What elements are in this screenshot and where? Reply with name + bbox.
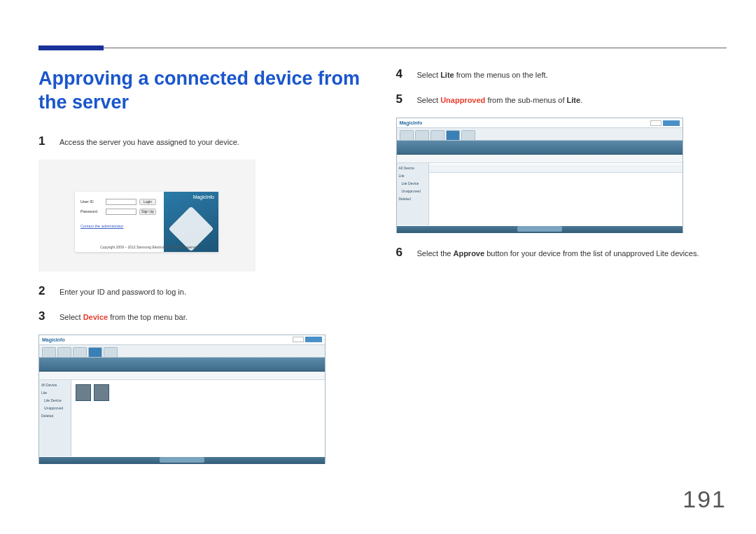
- sidebar-item-unapproved[interactable]: Unapproved: [399, 189, 426, 193]
- step-6: 6 Select the Approve button for your dev…: [396, 246, 727, 260]
- signup-button[interactable]: Sign Up: [139, 209, 156, 215]
- step-5: 5 Select Unapproved from the sub-menus o…: [396, 92, 727, 106]
- screenshot-login: MagicInfo User ID Login Password Sign Up…: [38, 160, 255, 272]
- top-tab-icon[interactable]: [400, 130, 414, 140]
- right-column: 4 Select Lite from the menus on the left…: [396, 67, 727, 477]
- screenshot-unapproved-list: MagicInfo All Device Lite Lite Device Un…: [396, 118, 683, 233]
- device-thumbnails: [76, 384, 109, 401]
- step-4: 4 Select Lite from the menus on the left…: [396, 67, 727, 81]
- section-title: Approving a connected device from the se…: [38, 67, 370, 115]
- sidebar-item-deleted[interactable]: Deleted: [41, 414, 69, 418]
- app-main-area: [429, 163, 682, 225]
- footer-pager[interactable]: [517, 226, 562, 232]
- step-text: Enter your ID and password to log in.: [59, 284, 186, 297]
- footer-pager[interactable]: [160, 457, 204, 463]
- top-tab-device-icon[interactable]: [446, 130, 460, 140]
- app-toolbar: [397, 141, 682, 155]
- list-header: [429, 164, 682, 173]
- app-footer: [397, 226, 682, 233]
- sidebar-item-unapproved[interactable]: Unapproved: [41, 406, 69, 410]
- app-titlebar: MagicInfo: [39, 335, 325, 345]
- app-titlebar: MagicInfo: [397, 118, 682, 128]
- step-number: 3: [38, 309, 48, 323]
- titlebar-control[interactable]: [650, 120, 662, 126]
- sidebar-item-lite-device[interactable]: Lite Device: [399, 181, 426, 185]
- app-sidebar: All Device Lite Lite Device Unapproved D…: [39, 380, 71, 456]
- row-user-id: User ID Login: [80, 199, 156, 205]
- header-rule: [38, 48, 727, 48]
- sidebar-item-lite[interactable]: Lite: [41, 391, 69, 395]
- top-tab-icon[interactable]: [430, 130, 444, 140]
- app-filter-bar: [39, 372, 325, 380]
- top-tab-icon[interactable]: [461, 130, 475, 140]
- app-top-tabs: [397, 128, 682, 141]
- titlebar-control[interactable]: [305, 337, 322, 342]
- screenshot-device-menu: MagicInfo All Device Lite Lite Device Un…: [38, 335, 326, 464]
- step-number: 4: [396, 67, 406, 81]
- step-number: 5: [396, 92, 406, 106]
- app-brand: MagicInfo: [400, 120, 423, 125]
- left-column: Approving a connected device from the se…: [38, 67, 370, 477]
- content-columns: Approving a connected device from the se…: [38, 67, 727, 477]
- bold-approve: Approve: [453, 249, 484, 258]
- step-1: 1 Access the server you have assigned to…: [38, 134, 370, 148]
- step-number: 1: [38, 134, 48, 148]
- text-part: from the top menu bar.: [108, 313, 188, 321]
- app-sidebar: All Device Lite Lite Device Unapproved D…: [397, 163, 429, 225]
- sidebar-item-deleted[interactable]: Deleted: [399, 197, 426, 201]
- sidebar-item-lite[interactable]: Lite: [399, 174, 426, 178]
- titlebar-controls: [650, 120, 680, 126]
- page-number: 191: [682, 486, 727, 513]
- top-tab-device-icon[interactable]: [88, 347, 102, 357]
- login-panel: MagicInfo User ID Login Password Sign Up…: [75, 192, 218, 252]
- step-text: Select the Approve button for your devic…: [417, 246, 699, 259]
- text-part: button for your device from the list of …: [484, 249, 699, 258]
- label-password: Password: [80, 209, 103, 213]
- text-part: from the sub-menus of: [485, 96, 566, 104]
- app-body: All Device Lite Lite Device Unapproved D…: [397, 163, 682, 225]
- top-tab-icon[interactable]: [57, 347, 71, 357]
- copyright-text: Copyright 2009 – 2012 Samsung Electronic…: [100, 245, 199, 249]
- text-part: Select: [417, 96, 441, 104]
- app-main-area: [71, 380, 325, 456]
- titlebar-control[interactable]: [663, 120, 680, 126]
- device-thumbnail[interactable]: [94, 384, 109, 401]
- text-part: Select: [417, 71, 441, 79]
- titlebar-control[interactable]: [293, 337, 304, 342]
- highlight-device: Device: [83, 313, 108, 321]
- device-thumbnail[interactable]: [76, 384, 91, 401]
- top-tab-icon[interactable]: [415, 130, 429, 140]
- row-password: Password Sign Up: [80, 209, 156, 215]
- app-top-tabs: [39, 345, 325, 358]
- input-password[interactable]: [106, 209, 136, 215]
- sidebar-item-all-device[interactable]: All Device: [399, 166, 426, 170]
- app-filter-bar: [397, 155, 682, 163]
- step-number: 6: [396, 246, 406, 260]
- step-number: 2: [38, 284, 48, 298]
- login-button[interactable]: Login: [139, 199, 156, 205]
- text-part: Select the: [417, 249, 454, 258]
- top-tab-icon[interactable]: [42, 347, 56, 357]
- contact-admin-link[interactable]: Contact the administrator: [80, 224, 123, 228]
- input-user-id[interactable]: [106, 199, 136, 205]
- text-part: .: [580, 96, 582, 104]
- step-text: Select Unapproved from the sub-menus of …: [417, 92, 583, 106]
- text-part: from the menus on the left.: [454, 71, 548, 79]
- highlight-unapproved: Unapproved: [440, 96, 485, 104]
- text-part: Select: [59, 313, 83, 321]
- titlebar-controls: [293, 337, 322, 342]
- app-body: All Device Lite Lite Device Unapproved D…: [39, 380, 325, 456]
- app-brand: MagicInfo: [42, 337, 65, 342]
- sidebar-item-all-device[interactable]: All Device: [41, 383, 69, 387]
- step-text: Access the server you have assigned to y…: [59, 134, 239, 148]
- app-footer: [39, 457, 325, 464]
- step-text: Select Lite from the menus on the left.: [417, 67, 548, 80]
- top-tab-icon[interactable]: [73, 347, 87, 357]
- sidebar-item-lite-device[interactable]: Lite Device: [41, 398, 69, 402]
- login-banner: MagicInfo: [164, 192, 218, 252]
- top-tab-icon[interactable]: [104, 347, 118, 357]
- step-2: 2 Enter your ID and password to log in.: [38, 284, 370, 298]
- bold-lite: Lite: [567, 96, 581, 104]
- header-accent-mark: [38, 45, 104, 50]
- step-3: 3 Select Device from the top menu bar.: [38, 309, 370, 323]
